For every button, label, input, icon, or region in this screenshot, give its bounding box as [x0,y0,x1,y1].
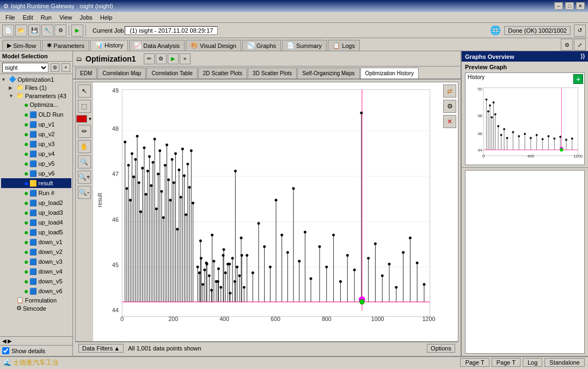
zoom-in-btn[interactable]: 🔍+ [78,171,91,184]
tree-item-simcode[interactable]: ⚙ Simcode [1,304,71,312]
page-t2-button[interactable]: Page T [492,358,520,367]
svg-point-268 [565,139,567,141]
menu-file[interactable]: File [2,14,19,21]
subtab-correlation-map[interactable]: Correlation Map [97,68,146,78]
subtab-self-organizing[interactable]: Self-Organizing Maps [297,68,359,78]
tree-item-down-v3[interactable]: ● 🟦 down_v3 [1,257,71,267]
tree-item-down-v4[interactable]: ● 🟦 down_v4 [1,267,71,276]
tab-simflow[interactable]: ▶ Sim-flow [2,40,41,51]
tree-item-up-v4[interactable]: ● 🟦 up_v4 [1,149,71,159]
tab-summary[interactable]: 📄 Summary [282,40,327,51]
toolbar-run[interactable]: ▶ [71,25,83,37]
refresh-button[interactable]: ↺ [574,25,586,37]
param-icon: 🟦 [29,199,37,207]
tree-item-up-v2[interactable]: ● 🟦 up_v2 [1,129,71,139]
hand-tool-btn[interactable]: ✋ [78,140,91,153]
run-btn[interactable]: ▶ [168,53,179,64]
subtab-edm[interactable]: EDM [75,68,97,78]
tree-item-up-load4[interactable]: ● 🟦 up_load4 [1,217,71,227]
tree-item-up-load3[interactable]: ● 🟦 up_load3 [1,208,71,217]
options-button[interactable]: Options [427,344,455,353]
svg-point-196 [220,286,222,288]
scroll-right-icon[interactable]: ▶ [8,338,12,344]
show-details-checkbox[interactable] [2,347,9,354]
menu-jobs[interactable]: Jobs [77,14,96,21]
svg-point-40 [139,210,142,213]
color-picker-btn[interactable] [76,115,87,123]
model-settings-btn[interactable]: ⚙ [51,63,59,72]
tree-item-down-v1[interactable]: ● 🟦 down_v1 [1,237,71,247]
edit-btn[interactable]: ✏ [144,53,155,64]
data-filters-label: Data Filters [82,345,113,352]
tree-item-up-load5[interactable]: ● 🟦 up_load5 [1,227,71,237]
settings-btn[interactable]: ⚙ [156,53,167,64]
tree-item-up-v5[interactable]: ● 🟦 up_v5 [1,159,71,168]
tree-item-up-load2[interactable]: ● 🟦 up_load2 [1,198,71,208]
color-arrow[interactable]: ▼ [88,117,93,122]
more-btn[interactable]: » [180,53,191,64]
maximize-button[interactable]: □ [565,2,574,10]
tab-expand-btn[interactable]: ⤢ [574,39,586,51]
toolbar-new[interactable]: 📄 [2,25,14,37]
zoom-out-btn[interactable]: 🔍- [78,186,91,199]
svg-point-182 [204,269,206,271]
tab-logs[interactable]: 📋 Logs [328,40,360,51]
tree-item-optimization1[interactable]: ▼ 🔷 Optimization1 [1,75,71,83]
toolbar-btn4[interactable]: 🔧 [41,25,53,37]
svg-point-190 [213,260,215,262]
toolbar-save[interactable]: 💾 [28,25,40,37]
page-t-button[interactable]: Page T [460,358,489,367]
tree-item-files[interactable]: ▶ 📁 Files (1) [1,83,71,92]
svg-point-246 [503,128,505,130]
subtab-2d-scatter[interactable]: 2D Scatter Plots [198,68,247,78]
config-btn[interactable]: ⚙ [443,100,456,113]
tab-data-analysis[interactable]: 📈 Data Analysis [129,40,185,51]
menu-view[interactable]: View [56,14,76,21]
model-select[interactable]: isight [2,63,48,72]
menu-run[interactable]: Run [38,14,55,21]
tree-item-up-v1[interactable]: ● 🟦 up_v1 [1,119,71,129]
marquee-tool-btn[interactable]: ⬚ [78,100,91,113]
tree-item-up-v3[interactable]: ● 🟦 up_v3 [1,139,71,149]
log-button[interactable]: Log [523,358,542,367]
model-add-btn[interactable]: + [62,63,70,72]
expand-panel-btn[interactable]: ⟩⟩ [580,53,585,60]
subtab-3d-scatter[interactable]: 3D Scatter Plots [248,68,297,78]
tree-item-formulation[interactable]: 📋 Formulation [1,296,71,304]
tree-item-old-run[interactable]: ● 🟦 OLD Run [1,110,71,119]
select-tool-btn[interactable]: ↖ [78,84,91,98]
menu-edit[interactable]: Edit [20,14,36,21]
data-filters-button[interactable]: Data Filters ▲ [78,344,124,353]
tab-parameters[interactable]: ✱ Parameters [42,40,89,51]
tab-visual-design[interactable]: 🎨 Visual Design [186,40,241,51]
tree-item-down-v5[interactable]: ● 🟦 down_v5 [1,276,71,286]
pencil-tool-btn[interactable]: ✏ [78,125,91,138]
tab-graphs[interactable]: 📉 Graphs [242,40,281,51]
dot-icon: ● [24,110,28,119]
toolbar-open[interactable]: 📂 [15,25,27,37]
menu-help[interactable]: Help [97,14,116,21]
tab-history[interactable]: 📊 History [90,40,128,51]
standalone-button[interactable]: Standalone [544,358,585,367]
tab-settings-btn[interactable]: ⚙ [561,39,573,51]
tree-item-result[interactable]: ● 🟨 result [1,178,71,188]
subtab-optimization-history[interactable]: Optimization History [360,68,419,78]
tree-item-down-v6[interactable]: ● 🟦 down_v6 [1,286,71,296]
param-icon: 🟦 [29,141,37,148]
scroll-left-icon[interactable]: ◀ [2,338,7,344]
subtab-correlation-table[interactable]: Correlation Table [146,68,197,78]
remove-btn[interactable]: ✕ [443,115,456,128]
toolbar-btn5[interactable]: ⚙ [54,25,66,37]
zoom-tool-btn[interactable]: 🔍 [78,155,91,168]
tree-item-parameters[interactable]: ▼ 📁 Parameters (43 [1,92,71,100]
svg-text:400: 400 [528,154,535,159]
minimize-button[interactable]: ─ [554,2,563,10]
tree-item-optimiza[interactable]: ● Optimiza... [1,100,71,110]
sync-btn[interactable]: ⇄ [443,84,456,98]
svg-point-264 [554,138,555,140]
tree-item-up-v6[interactable]: ● 🟦 up_v6 [1,168,71,178]
add-graph-button[interactable]: + [573,74,583,84]
tree-item-down-v2[interactable]: ● 🟦 down_v2 [1,247,71,257]
tree-item-run-num[interactable]: ● 🟦 Run # [1,188,71,198]
close-button[interactable]: ✕ [576,2,585,10]
